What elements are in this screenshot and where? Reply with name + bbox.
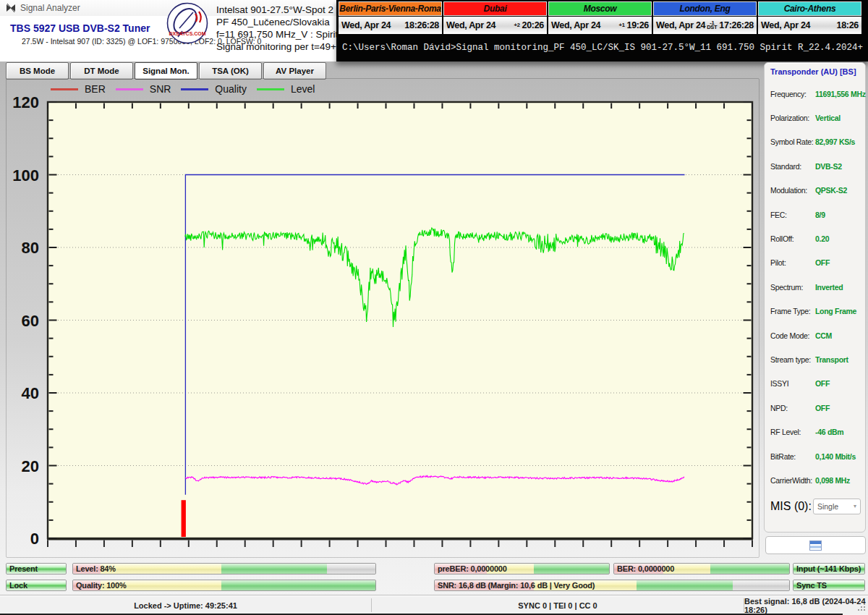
clock-cairo-date: Wed, Apr 24	[761, 20, 810, 30]
tab-bs-mode[interactable]: BS Mode	[6, 62, 69, 80]
lock-indicator: Lock	[6, 580, 67, 591]
row-frame-type: Frame Type:Long Frame	[770, 300, 862, 323]
transponder-rows: Frequency:11691,556 MHz Polarization:Ver…	[770, 82, 862, 519]
mode-tabs: BS Mode DT Mode Signal Mon. TSA (OK) AV …	[6, 62, 326, 80]
row-rolloff: RollOff:0.20	[770, 226, 862, 250]
snr-progressbar: SNR: 16,8 dB (Margin: 10,6 dB | Very Goo…	[434, 580, 790, 591]
clock-cairo: Cairo-Athens Wed, Apr 24 18:26	[758, 1, 861, 34]
row-bitrate: BitRate:0,140 Mbit/s	[770, 444, 862, 468]
row-spectrum: Spectrum:Inverted	[770, 275, 862, 299]
row-polarization: Polarization:Vertical	[770, 106, 862, 130]
chevron-down-icon: ▾	[854, 503, 856, 509]
row-pilot: Pilot:OFF	[770, 251, 862, 275]
status-sync-counters: SYNC 0 | TEI 0 | CC 0	[372, 596, 744, 614]
clock-dubai-offset: +2	[514, 23, 520, 28]
row-standard: Standard:DVB-S2	[770, 154, 862, 178]
tab-dt-mode[interactable]: DT Mode	[70, 62, 133, 80]
row-code-mode: Code Mode:CCM	[770, 323, 862, 347]
status-bar: Locked -> Uptime: 49:25:41 SYNC 0 | TEI …	[0, 595, 868, 614]
tab-signal-mon[interactable]: Signal Mon.	[135, 62, 197, 80]
signal-monitor-chart: 020406080100120	[6, 80, 758, 554]
svg-text:20: 20	[22, 457, 39, 475]
clock-london: London, Eng Wed, Apr 24 -1 DST 17:26:28	[653, 1, 757, 34]
clock-dubai-header: Dubai	[443, 1, 547, 16]
row-modulation: Modulation:QPSK-S2	[770, 179, 862, 203]
clock-dubai-date: Wed, Apr 24	[446, 20, 495, 30]
row-npd: NPD:OFF	[770, 396, 862, 420]
clock-london-date: Wed, Apr 24	[656, 20, 705, 30]
row-rf-level: RF Level:-46 dBm	[770, 420, 862, 444]
row-frequency: Frequency:11691,556 MHz	[770, 82, 862, 106]
svg-text:120: 120	[12, 93, 39, 111]
svg-text:100: 100	[12, 166, 39, 184]
monitoring-info: Intelsat 901-27.5°W-Spot 2 PF 450_Lučene…	[216, 4, 341, 53]
present-indicator: Present	[6, 563, 67, 574]
details-icon	[809, 540, 822, 551]
clock-dubai-time: 20:26	[522, 20, 544, 30]
info-line-2: PF 450_Lučenec/Slovakia	[216, 16, 341, 28]
tuner-title: TBS 5927 USB DVB-S2 Tuner	[10, 22, 150, 34]
console-prompt[interactable]: C:\Users\Roman Dávid>Signal monitoring_P…	[342, 43, 863, 53]
window-title: Signal Analyzer	[20, 3, 80, 13]
transponder-title: Transponder (AU) [BS]	[770, 67, 856, 76]
tab-av-player[interactable]: AV Player	[263, 62, 326, 80]
svg-text:80: 80	[22, 239, 39, 257]
ber-progressbar: BER: 0,0000000	[613, 563, 790, 574]
status-lock-uptime: Locked -> Uptime: 49:25:41	[0, 596, 371, 614]
clock-console-panel: Berlin-Paris-Vienna-Roma Wed, Apr 24 18:…	[336, 0, 868, 62]
resize-grip[interactable]	[856, 603, 866, 612]
svg-text:40: 40	[22, 384, 39, 402]
clock-berlin: Berlin-Paris-Vienna-Roma Wed, Apr 24 18:…	[339, 1, 442, 34]
dxsatcs-logo: DXSATCS.COM	[166, 2, 208, 44]
sync-ts-indicator: Sync TS	[793, 580, 865, 591]
clock-berlin-date: Wed, Apr 24	[341, 20, 391, 30]
status-best-signal: Best signal: 16,8 dB (2024-04-24 18:26)	[744, 596, 868, 614]
world-clocks: Berlin-Paris-Vienna-Roma Wed, Apr 24 18:…	[339, 1, 861, 34]
row-symbol-rate: Symbol Rate:82,997 KS/s	[770, 130, 862, 154]
row-stream-type: Stream type:Transport	[770, 347, 862, 371]
row-carrierwidth: CarrierWidth:0,098 MHz	[770, 468, 862, 492]
transponder-panel: Transponder (AU) [BS] Frequency:11691,55…	[764, 62, 866, 533]
quality-progressbar: Quality: 100%	[72, 580, 376, 591]
tab-tsa[interactable]: TSA (OK)	[199, 62, 262, 80]
preber-progressbar: preBER: 0,0000000	[434, 563, 610, 574]
svg-text:60: 60	[22, 312, 39, 330]
clock-cairo-header: Cairo-Athens	[758, 1, 861, 16]
clock-london-time: 17:26:28	[719, 20, 754, 30]
clock-dubai: Dubai Wed, Apr 24 +2 20:26	[443, 1, 547, 34]
input-indicator: Input (~141 Kbps)	[793, 563, 865, 574]
clock-berlin-time: 18:26:28	[404, 20, 439, 30]
clock-moscow-offset: +1	[619, 23, 625, 28]
clock-london-header: London, Eng	[653, 1, 757, 16]
mis-dropdown[interactable]: Single ▾	[813, 499, 861, 514]
clock-berlin-header: Berlin-Paris-Vienna-Roma	[339, 1, 442, 16]
mis-label: MIS (0):	[770, 500, 812, 513]
info-line-4: Signal monitoring per t=49+h	[216, 41, 341, 53]
row-fec: FEC:8/9	[770, 203, 862, 226]
info-line-1: Intelsat 901-27.5°W-Spot 2	[216, 4, 341, 16]
clock-moscow-header: Moscow	[548, 1, 652, 16]
info-line-3: f=11 691,750 MHz_V : Spirit	[216, 28, 341, 41]
clock-london-dst: DST	[707, 25, 717, 30]
svg-text:0: 0	[30, 530, 39, 548]
app-icon	[6, 3, 16, 13]
clock-moscow: Moscow Wed, Apr 24 +1 19:26	[548, 1, 652, 34]
logo-text: DXSATCS.COM	[169, 31, 205, 36]
mis-selected-value: Single	[817, 502, 838, 511]
clock-cairo-time: 18:26	[837, 20, 859, 30]
signal-analyzer-app: Signal Analyzer TBS 5927 USB DVB-S2 Tune…	[0, 0, 868, 615]
clock-moscow-date: Wed, Apr 24	[551, 20, 600, 30]
row-mis: MIS (0): Single ▾	[770, 494, 862, 519]
transponder-details-button[interactable]	[765, 536, 866, 554]
level-progressbar: Level: 84%	[72, 563, 376, 574]
clock-moscow-time: 19:26	[627, 20, 649, 30]
row-issyi: ISSYIOFF	[770, 372, 862, 396]
